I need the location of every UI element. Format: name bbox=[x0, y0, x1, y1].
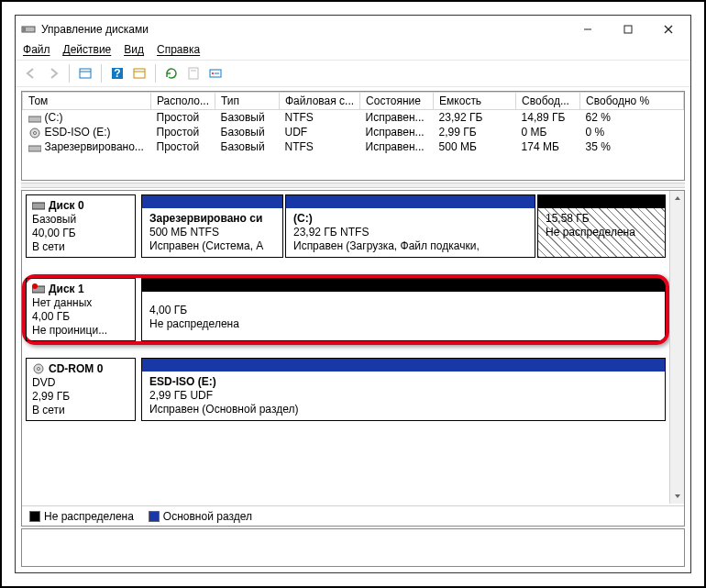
maximize-button[interactable] bbox=[608, 17, 648, 42]
svg-rect-3 bbox=[624, 26, 632, 33]
volume-list[interactable]: Том Располо... Тип Файловая с... Состоян… bbox=[21, 91, 685, 181]
svg-rect-20 bbox=[28, 146, 41, 151]
toolbar-separator bbox=[155, 64, 156, 83]
partition[interactable]: ESD-ISO (E:)2,99 ГБ UDFИсправен (Основно… bbox=[141, 358, 666, 421]
menu-file[interactable]: Файл bbox=[23, 43, 50, 56]
col-type[interactable]: Тип bbox=[215, 93, 280, 110]
toolbar: ? bbox=[16, 60, 690, 87]
cd-icon bbox=[28, 128, 41, 139]
svg-rect-6 bbox=[80, 69, 91, 78]
back-button[interactable] bbox=[21, 63, 41, 83]
partition[interactable]: Зарезервировано си500 МБ NTFSИсправен (С… bbox=[141, 194, 283, 258]
partition-unallocated[interactable]: 15,58 ГБНе распределена bbox=[537, 194, 666, 258]
volume-row[interactable]: ESD-ISO (E:) ПростойБазовыйUDFИсправен..… bbox=[23, 125, 684, 139]
col-status[interactable]: Состояние bbox=[360, 93, 434, 110]
partition-stripe bbox=[538, 195, 665, 208]
disk-header[interactable]: Диск 0 Базовый 40,00 ГБ В сети bbox=[26, 194, 136, 258]
partition-stripe bbox=[286, 195, 535, 208]
details-pane bbox=[21, 528, 685, 567]
refresh-icon[interactable] bbox=[161, 63, 182, 83]
menu-view[interactable]: Вид bbox=[124, 43, 144, 56]
menu-help[interactable]: Справка bbox=[157, 43, 200, 56]
pane-splitter[interactable] bbox=[21, 183, 685, 188]
minimize-button[interactable] bbox=[568, 17, 608, 42]
col-volume[interactable]: Том bbox=[23, 93, 151, 110]
disk-graphical-view: Диск 0 Базовый 40,00 ГБ В сети Зарезерви… bbox=[21, 190, 685, 527]
disk-row-cdrom[interactable]: CD-ROM 0 DVD 2,99 ГБ В сети ESD-ISO (E:)… bbox=[26, 358, 666, 421]
disk-row-1[interactable]: Диск 1 Нет данных 4,00 ГБ Не проиници...… bbox=[26, 278, 666, 341]
partition-stripe bbox=[142, 359, 665, 372]
svg-rect-17 bbox=[28, 116, 41, 122]
disk-header[interactable]: Диск 1 Нет данных 4,00 ГБ Не проиници... bbox=[26, 278, 136, 341]
volume-row[interactable]: (C:) ПростойБазовыйNTFSИсправен...23,92 … bbox=[23, 110, 684, 126]
toolbar-view2-icon[interactable] bbox=[129, 63, 149, 83]
properties-icon[interactable] bbox=[183, 63, 204, 83]
disk-management-window: Управление дисками Файл Действие Вид Спр… bbox=[15, 15, 691, 573]
drive-icon bbox=[28, 113, 41, 124]
close-button[interactable] bbox=[648, 17, 689, 42]
svg-rect-1 bbox=[23, 28, 26, 31]
svg-rect-21 bbox=[32, 203, 45, 209]
drive-icon bbox=[28, 142, 41, 153]
disk-row-0[interactable]: Диск 0 Базовый 40,00 ГБ В сети Зарезерви… bbox=[26, 194, 666, 258]
volume-row[interactable]: Зарезервировано... ПростойБазовыйNTFSИсп… bbox=[23, 139, 684, 154]
cd-icon bbox=[32, 363, 45, 374]
menu-bar: Файл Действие Вид Справка bbox=[16, 43, 690, 60]
svg-point-23 bbox=[32, 283, 38, 289]
partition-unallocated[interactable]: 4,00 ГБНе распределена bbox=[141, 278, 666, 341]
column-headers[interactable]: Том Располо... Тип Файловая с... Состоян… bbox=[23, 93, 684, 110]
disk-icon bbox=[32, 200, 45, 211]
scroll-down-icon[interactable] bbox=[670, 489, 684, 504]
col-free-pct[interactable]: Свободно % bbox=[580, 93, 684, 110]
svg-text:?: ? bbox=[114, 67, 120, 80]
col-layout[interactable]: Располо... bbox=[151, 93, 215, 110]
svg-point-15 bbox=[212, 72, 214, 74]
col-free[interactable]: Свобод... bbox=[516, 93, 580, 110]
legend-unallocated: Не распределена bbox=[29, 510, 134, 523]
svg-rect-12 bbox=[189, 68, 198, 79]
col-capacity[interactable]: Емкость bbox=[434, 93, 516, 110]
help-icon[interactable]: ? bbox=[107, 63, 127, 83]
toolbar-separator bbox=[69, 64, 70, 83]
partition-stripe bbox=[142, 279, 665, 292]
svg-point-25 bbox=[38, 368, 40, 371]
legend-primary: Основной раздел bbox=[149, 510, 252, 523]
partition-stripe bbox=[142, 195, 282, 208]
toolbar-separator bbox=[101, 64, 102, 83]
svg-rect-10 bbox=[134, 69, 145, 78]
disk-header[interactable]: CD-ROM 0 DVD 2,99 ГБ В сети bbox=[26, 358, 136, 421]
disk-warning-icon bbox=[32, 283, 45, 294]
list-icon[interactable] bbox=[205, 63, 226, 83]
menu-action[interactable]: Действие bbox=[63, 43, 112, 56]
title-bar: Управление дисками bbox=[16, 16, 690, 43]
forward-button[interactable] bbox=[43, 63, 63, 83]
col-fs[interactable]: Файловая с... bbox=[280, 93, 360, 110]
scroll-up-icon[interactable] bbox=[670, 191, 684, 205]
vertical-scrollbar[interactable] bbox=[669, 191, 684, 504]
svg-point-19 bbox=[33, 131, 36, 134]
partition[interactable]: (C:)23,92 ГБ NTFSИсправен (Загрузка, Фай… bbox=[285, 194, 535, 258]
app-icon bbox=[21, 22, 36, 37]
window-title: Управление дисками bbox=[41, 23, 149, 36]
toolbar-view-icon[interactable] bbox=[75, 63, 95, 83]
legend: Не распределена Основной раздел bbox=[22, 505, 684, 526]
